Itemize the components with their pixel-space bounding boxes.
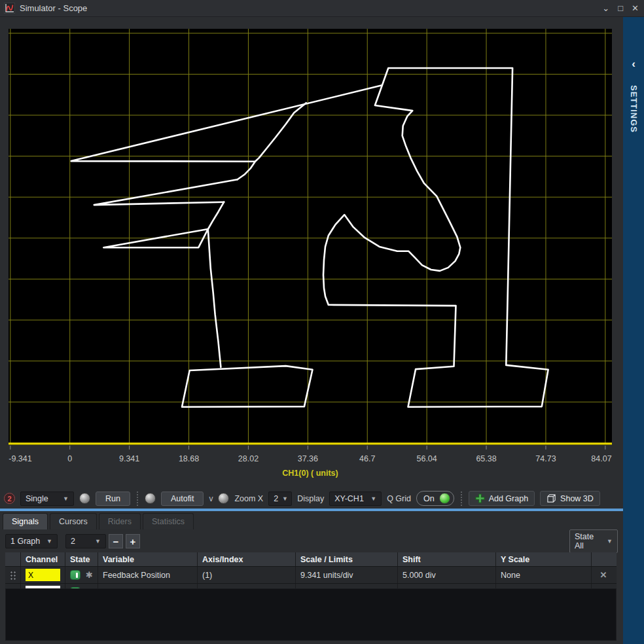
shift-cell[interactable]: 5.000 div <box>398 567 496 583</box>
add-signal-button[interactable]: + <box>126 534 140 548</box>
graph-select[interactable]: 1 Graph ▼ <box>5 534 58 548</box>
remove-row-button[interactable]: ✕ <box>600 570 607 580</box>
drag-dots-icon <box>10 571 16 580</box>
svg-text:56.04: 56.04 <box>416 454 437 463</box>
svg-text:37.36: 37.36 <box>298 454 318 463</box>
toolbar-separator <box>461 492 462 506</box>
scale-cell[interactable]: 9.341 units/div <box>296 567 398 583</box>
zoom-x-label: Zoom X <box>234 494 263 503</box>
scope-toolbar: 2 Single ▼ Run Autofit v Zoom X 2 ▼ Disp… <box>0 488 623 509</box>
scope-plot-panel: -9.34109.34118.6828.0237.3646.756.0465.3… <box>0 17 623 488</box>
green-plus-icon <box>475 493 485 503</box>
chevron-down-icon: ▼ <box>607 538 613 545</box>
x-axis-ticks <box>10 446 605 450</box>
autofit-button[interactable]: Autofit <box>161 492 204 506</box>
chevron-down-icon: ▼ <box>282 495 288 502</box>
title-bar: Simulator - Scope ⌄ □ ✕ <box>0 0 644 17</box>
toolbar-separator <box>137 492 138 506</box>
window-maximize-button[interactable]: □ <box>617 3 624 13</box>
zoom-factor-select[interactable]: 2 ▼ <box>268 492 292 506</box>
qgrid-on-led-icon <box>439 493 450 504</box>
svg-text:84.07: 84.07 <box>591 454 611 463</box>
display-mode-select[interactable]: XY-CH1 ▼ <box>329 492 382 506</box>
run-button[interactable]: Run <box>96 492 130 506</box>
autofit-dropdown-arrow[interactable]: v <box>209 494 213 503</box>
empty-panel-area <box>5 588 617 641</box>
panel-tab-bar: Signals Cursors Riders Statistics <box>3 513 196 529</box>
svg-text:74.73: 74.73 <box>535 454 556 463</box>
y-scale-cell[interactable]: None <box>496 567 592 583</box>
svg-text:46.7: 46.7 <box>359 454 375 463</box>
add-graph-button[interactable]: Add Graph <box>469 491 535 506</box>
collapse-chevron-icon[interactable]: ‹ <box>632 58 635 71</box>
variable-cell[interactable]: Feedback Position <box>98 567 198 583</box>
header-variable: Variable <box>98 552 198 566</box>
svg-text:18.68: 18.68 <box>179 454 199 463</box>
tab-riders: Riders <box>99 513 141 529</box>
header-axis-index: Axis/Index <box>198 552 296 566</box>
settings-tab-label[interactable]: SETTINGS <box>629 85 639 133</box>
app-waveform-icon <box>4 3 15 14</box>
remove-signal-button[interactable]: − <box>109 534 123 548</box>
settings-side-tab[interactable]: ‹ SETTINGS <box>623 17 644 644</box>
svg-text:0: 0 <box>67 454 72 463</box>
channel-cell[interactable]: X <box>26 569 60 581</box>
x-tick-labels: -9.34109.34118.6828.0237.3646.756.0465.3… <box>9 454 611 463</box>
window-shade-button[interactable]: ⌄ <box>601 3 611 13</box>
signals-panel: Signals Cursors Riders Statistics 1 Grap… <box>0 511 623 644</box>
header-state: State <box>65 552 98 566</box>
cube-3d-icon <box>546 493 556 503</box>
display-label: Display <box>297 494 324 503</box>
axis-index-cell[interactable]: (1) <box>198 567 296 583</box>
tab-cursors[interactable]: Cursors <box>50 513 97 529</box>
header-shift: Shift <box>398 552 496 566</box>
trigger-mode-select[interactable]: Single ▼ <box>20 492 74 506</box>
signal-state-button[interactable] <box>70 570 80 580</box>
run-led-icon <box>79 493 90 504</box>
zoom-led-icon <box>218 493 229 504</box>
signal-count-select[interactable]: 2 ▼ <box>65 534 106 548</box>
svg-text:-9.341: -9.341 <box>9 454 31 463</box>
header-channel: Channel <box>21 552 65 566</box>
x-axis-title: CH1(0) ( units) <box>9 469 612 478</box>
chevron-down-icon: ▼ <box>95 538 101 545</box>
table-header-row: Channel State Variable Axis/Index Scale … <box>5 552 617 566</box>
graph-count-badge: 2 <box>4 493 15 504</box>
table-row: X ✱ Feedback Position (1) 9.341 units/di… <box>5 566 617 583</box>
qgrid-label: Q Grid <box>387 494 411 503</box>
qgrid-toggle[interactable]: On <box>416 491 454 506</box>
svg-text:28.02: 28.02 <box>238 454 259 463</box>
xy-plot[interactable]: -9.34109.34118.6828.0237.3646.756.0465.3… <box>0 17 623 488</box>
asterisk-icon[interactable]: ✱ <box>86 570 93 580</box>
svg-text:65.38: 65.38 <box>476 454 496 463</box>
show-3d-button[interactable]: Show 3D <box>540 491 600 506</box>
graph-controls-row: 1 Graph ▼ 2 ▼ − + State All ▼ <box>5 533 618 550</box>
window-title: Simulator - Scope <box>20 3 87 13</box>
tab-statistics: Statistics <box>143 513 194 529</box>
window-close-button[interactable]: ✕ <box>630 3 640 13</box>
state-all-select[interactable]: State All ▼ <box>569 529 618 553</box>
tab-signals[interactable]: Signals <box>3 513 48 529</box>
header-scale-limits: Scale / Limits <box>296 552 398 566</box>
drag-handle[interactable] <box>5 567 21 583</box>
chevron-down-icon: ▼ <box>63 495 69 502</box>
chevron-down-icon: ▼ <box>370 495 376 502</box>
chevron-down-icon: ▼ <box>46 538 52 545</box>
header-y-scale: Y Scale <box>496 552 592 566</box>
autofit-led-icon <box>145 493 156 504</box>
svg-text:9.341: 9.341 <box>119 454 139 463</box>
